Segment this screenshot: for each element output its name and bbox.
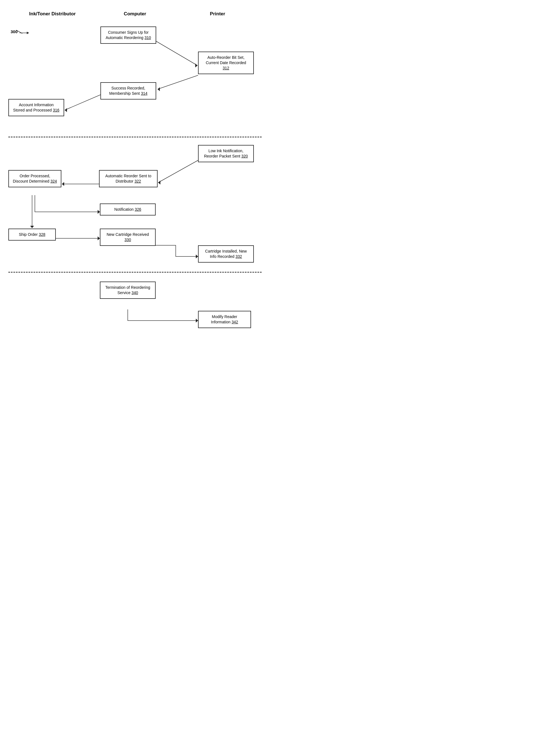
svg-marker-12	[98, 210, 100, 214]
svg-marker-18	[196, 319, 198, 323]
svg-marker-5	[158, 87, 160, 91]
box-340: Termination of Reordering Service 340	[100, 281, 156, 299]
diagram-container: Ink/Toner Distributor Computer Printer 3…	[0, 0, 270, 36]
box-314: Success Recorded, Membership Sent 314	[100, 82, 156, 99]
svg-marker-14	[30, 226, 34, 228]
box-342: Modify Reader Information 342	[198, 311, 251, 328]
svg-marker-16	[98, 236, 100, 240]
box-312: Auto-Reorder Bit Set, Current Date Recor…	[198, 52, 254, 74]
svg-line-4	[158, 75, 198, 89]
divider-2	[8, 272, 262, 272]
svg-marker-17	[196, 255, 198, 259]
box-310: Consumer Signs Up for Automatic Reorderi…	[100, 27, 156, 44]
box-324: Order Processed, Discount Determined 324	[8, 170, 62, 187]
svg-line-6	[65, 95, 100, 110]
svg-line-8	[158, 160, 198, 182]
svg-marker-11	[62, 182, 64, 186]
col-header-distributor: Ink/Toner Distributor	[22, 11, 83, 17]
box-320: Low Ink Notification, Reorder Packet Sen…	[198, 145, 254, 162]
box-326: Notification 326	[100, 203, 156, 215]
box-322: Automatic Reorder Sent to Distributor 32…	[99, 170, 158, 187]
box-316: Account Information Stored and Processed…	[8, 99, 64, 116]
svg-marker-9	[158, 181, 160, 184]
box-328: Ship Order 328	[8, 229, 56, 241]
ref-label-300: 300	[11, 29, 18, 34]
svg-marker-7	[65, 108, 67, 112]
svg-line-2	[156, 41, 198, 65]
col-header-printer: Printer	[187, 11, 248, 17]
divider-1	[8, 137, 262, 138]
column-headers: Ink/Toner Distributor Computer Printer	[6, 11, 264, 17]
box-332: Cartridge Installed, New Info Recorded 3…	[198, 245, 254, 263]
box-330: New Cartridge Received 330	[100, 229, 156, 246]
col-header-computer: Computer	[104, 11, 166, 17]
svg-marker-3	[195, 63, 198, 67]
